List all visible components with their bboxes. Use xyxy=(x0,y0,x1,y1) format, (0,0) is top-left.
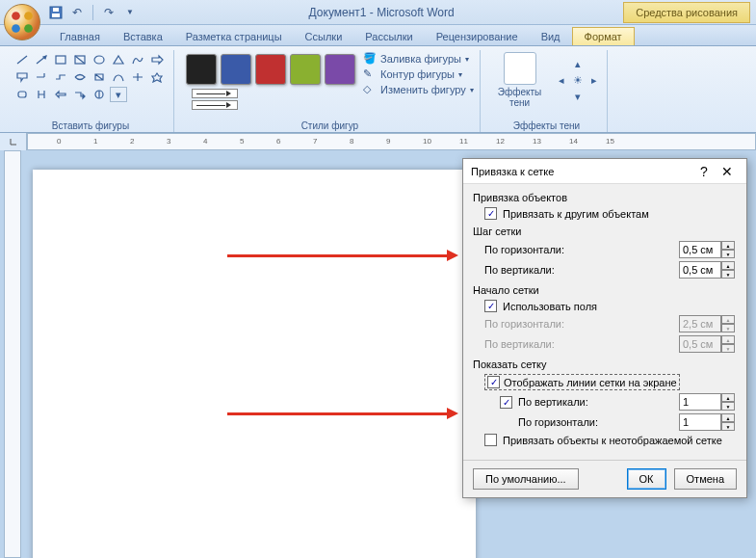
change-shape-icon: ◇ xyxy=(363,83,377,96)
style-swatch-4[interactable] xyxy=(325,54,355,85)
nudge-up-icon[interactable]: ▴ xyxy=(569,56,587,71)
group-shape-styles: 🪣Заливка фигуры▾ ✎Контур фигуры▾ ◇Измени… xyxy=(180,50,481,132)
chk-show-gridlines-label: Отображать линии сетки на экране xyxy=(504,377,677,388)
spin-down-icon: ▼ xyxy=(721,344,735,353)
qat-separator xyxy=(92,5,93,20)
redo-icon[interactable]: ↷ xyxy=(99,3,118,22)
section-grid-step-label: Шаг сетки xyxy=(473,226,737,237)
chk-use-margins[interactable]: ✓ xyxy=(484,300,497,312)
input-grid-horiz[interactable] xyxy=(679,241,721,258)
lbl-grid-vert: По вертикали: xyxy=(484,264,673,276)
group-styles-label: Стили фигур xyxy=(180,120,480,132)
document-page[interactable] xyxy=(33,170,476,558)
section-origin-label: Начало сетки xyxy=(473,284,737,296)
btn-cancel[interactable]: Отмена xyxy=(674,468,737,490)
svg-rect-6 xyxy=(53,8,59,12)
nudge-left-icon[interactable]: ◂ xyxy=(553,72,570,88)
horizontal-ruler[interactable]: 210123456789101112131415 xyxy=(27,133,756,150)
svg-point-1 xyxy=(24,12,33,20)
input-show-vert[interactable] xyxy=(679,393,721,411)
nudge-right-icon[interactable]: ▸ xyxy=(586,72,603,88)
cmd-shape-fill[interactable]: 🪣Заливка фигуры▾ xyxy=(363,52,474,66)
connector-style-1[interactable] xyxy=(192,100,238,110)
shapes-gallery[interactable]: ▾ xyxy=(13,50,168,102)
svg-marker-20 xyxy=(83,94,85,98)
save-icon[interactable] xyxy=(46,3,65,22)
svg-rect-10 xyxy=(56,56,65,64)
tab-selector[interactable] xyxy=(0,133,27,150)
chk-use-margins-label: Использовать поля xyxy=(503,301,737,312)
group-insert-shapes: ▾ Вставить фигуры xyxy=(8,50,174,132)
cmd-shadow-effects[interactable]: Эффекты тени xyxy=(492,50,547,110)
tab-review[interactable]: Рецензирование xyxy=(425,28,530,45)
vertical-ruler[interactable] xyxy=(4,150,21,558)
dialog-title: Привязка к сетке xyxy=(471,166,692,177)
cmd-change-shape[interactable]: ◇Изменить фигуру▾ xyxy=(363,83,474,96)
svg-line-7 xyxy=(17,56,27,64)
tab-refs[interactable]: Ссылки xyxy=(294,28,354,45)
chk-snap-to-objects-label: Привязать к другим объектам xyxy=(503,208,737,220)
style-gallery[interactable] xyxy=(186,50,355,85)
context-tab-label: Средства рисования xyxy=(623,2,750,23)
ribbon: ▾ Вставить фигуры 🪣Заливка фигуры▾ ✎Конт… xyxy=(0,46,756,133)
chk-show-vert[interactable]: ✓ xyxy=(500,396,512,409)
spin-up-icon[interactable]: ▲ xyxy=(721,261,735,270)
style-swatch-3[interactable] xyxy=(290,54,321,85)
office-button[interactable] xyxy=(4,4,40,40)
spin-up-icon: ▲ xyxy=(721,315,735,324)
group-shadow-label: Эффекты тени xyxy=(486,120,607,132)
tab-mail[interactable]: Рассылки xyxy=(353,28,424,45)
close-button[interactable]: ✕ xyxy=(716,164,739,179)
annotation-arrow-2 xyxy=(227,412,449,415)
style-swatch-1[interactable] xyxy=(221,54,251,85)
spin-down-icon[interactable]: ▼ xyxy=(721,250,735,258)
spin-down-icon[interactable]: ▼ xyxy=(721,422,735,431)
tab-home[interactable]: Главная xyxy=(48,28,112,45)
undo-icon[interactable]: ↶ xyxy=(67,3,87,22)
chk-snap-hidden-label: Привязать объекты к неотображаемой сетке xyxy=(503,435,737,446)
btn-ok[interactable]: ОК xyxy=(627,468,666,490)
group-shapes-label: Вставить фигуры xyxy=(8,120,173,132)
btn-defaults[interactable]: По умолчанию... xyxy=(473,468,579,490)
chk-snap-hidden[interactable] xyxy=(484,434,497,446)
chk-snap-to-objects[interactable]: ✓ xyxy=(484,207,497,220)
cmd-shape-outline[interactable]: ✎Контур фигуры▾ xyxy=(363,67,474,81)
svg-point-0 xyxy=(12,12,20,20)
svg-point-2 xyxy=(12,24,20,33)
svg-rect-5 xyxy=(52,13,60,17)
help-button[interactable]: ? xyxy=(692,164,716,179)
shadow-toggle-icon[interactable]: ☀ xyxy=(569,72,587,88)
svg-rect-18 xyxy=(18,92,26,97)
spin-up-icon[interactable]: ▲ xyxy=(721,393,735,402)
window-title: Документ1 - Microsoft Word xyxy=(140,6,623,19)
spin-up-icon[interactable]: ▲ xyxy=(721,241,735,250)
svg-point-13 xyxy=(94,56,104,64)
annotation-arrow-1 xyxy=(227,254,449,257)
input-origin-horiz xyxy=(679,315,721,332)
chk-show-gridlines[interactable]: ✓ xyxy=(487,376,500,388)
lbl-origin-vert: По вертикали: xyxy=(484,338,673,350)
pencil-icon: ✎ xyxy=(363,67,377,81)
svg-marker-19 xyxy=(56,92,65,97)
tab-format[interactable]: Формат xyxy=(572,27,635,45)
tab-layout[interactable]: Разметка страницы xyxy=(174,28,294,45)
input-grid-vert[interactable] xyxy=(679,261,721,279)
spin-down-icon[interactable]: ▼ xyxy=(721,402,735,411)
grid-settings-dialog: Привязка к сетке ? ✕ Привязка объектов ✓… xyxy=(462,158,747,498)
style-swatch-2[interactable] xyxy=(255,54,286,85)
group-shadow-effects: Эффекты тени ▴ ◂☀▸ ▾ Эффекты тени xyxy=(486,50,608,132)
svg-marker-16 xyxy=(17,73,27,81)
spin-down-icon[interactable]: ▼ xyxy=(721,270,735,279)
input-origin-vert xyxy=(679,335,721,353)
svg-marker-15 xyxy=(152,56,163,64)
input-show-horiz[interactable] xyxy=(679,413,721,431)
spin-up-icon[interactable]: ▲ xyxy=(721,413,735,422)
connector-style-0[interactable] xyxy=(192,89,238,98)
qat-dropdown-icon[interactable]: ▼ xyxy=(120,3,140,22)
svg-point-3 xyxy=(24,24,33,33)
lbl-grid-horiz: По горизонтали: xyxy=(484,244,673,255)
tab-insert[interactable]: Вставка xyxy=(112,28,174,45)
tab-view[interactable]: Вид xyxy=(530,28,572,45)
nudge-down-icon[interactable]: ▾ xyxy=(569,89,587,104)
style-swatch-0[interactable] xyxy=(186,54,217,85)
